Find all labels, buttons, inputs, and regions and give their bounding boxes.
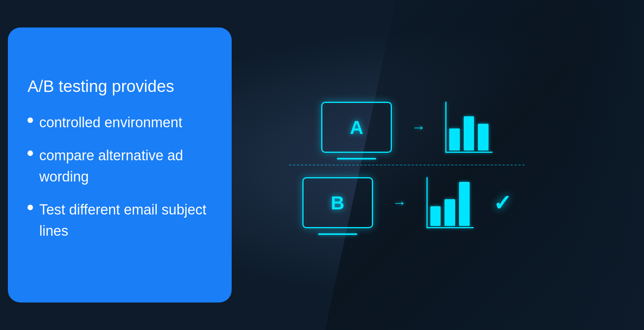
arrow-b: →	[393, 194, 407, 211]
monitor-a: A	[321, 102, 392, 153]
bullet-dot-2	[27, 150, 33, 156]
bar-a-1	[449, 128, 460, 150]
list-item-3-text: Test different email subject lines	[39, 199, 212, 242]
left-panel: A/B testing provides controlled environm…	[8, 28, 232, 302]
page-container: A → B →	[0, 0, 644, 330]
arrow-a: →	[412, 119, 426, 136]
bars-b	[426, 177, 474, 228]
list-item-1: controlled environment	[27, 112, 212, 133]
list-item-3: Test different email subject lines	[27, 199, 212, 242]
bullet-list: controlled environment compare alternati…	[27, 112, 212, 253]
bar-b-2	[445, 199, 455, 226]
checkmark-icon: ✓	[493, 190, 512, 216]
bullet-dot-1	[27, 117, 33, 123]
bar-b-3	[459, 182, 470, 226]
monitor-b: B	[302, 177, 373, 228]
bar-a-3	[478, 124, 488, 150]
bullet-dot-3	[27, 205, 33, 210]
list-item-1-text: controlled environment	[39, 112, 212, 133]
bar-a-2	[464, 116, 474, 150]
bar-b-1	[430, 206, 441, 226]
list-item-2: compare alternative ad wording	[27, 145, 212, 187]
panel-heading: A/B testing provides	[27, 77, 212, 96]
monitor-a-label: A	[350, 117, 364, 138]
dashed-divider	[289, 165, 525, 165]
ab-diagram: A → B →	[265, 47, 548, 283]
monitor-b-label: B	[331, 192, 344, 214]
bar-chart-b	[426, 177, 474, 228]
version-b-row: B → ✓	[302, 177, 512, 228]
version-a-row: A →	[321, 102, 492, 153]
list-item-2-text: compare alternative ad wording	[39, 145, 212, 187]
bars-a	[445, 102, 492, 153]
bar-chart-a	[445, 102, 492, 153]
